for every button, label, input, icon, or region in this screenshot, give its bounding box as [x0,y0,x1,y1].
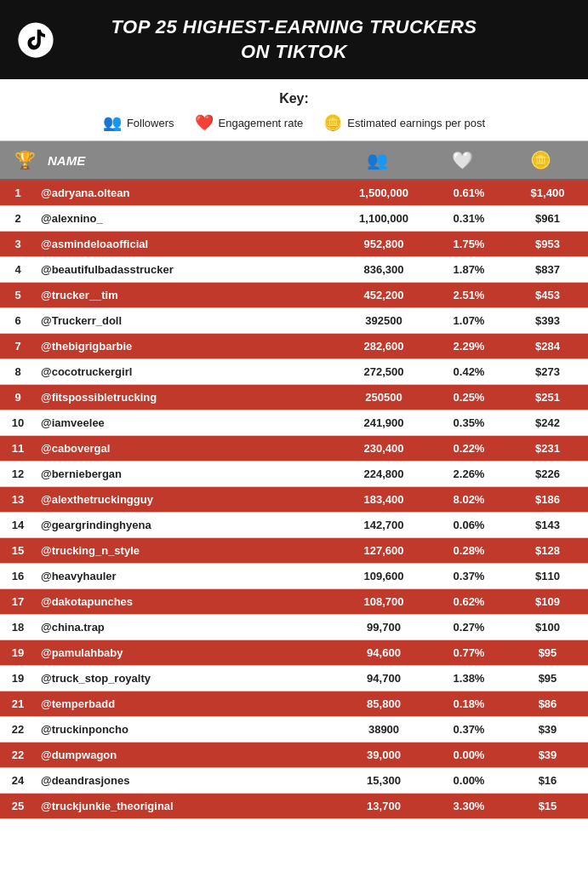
key-item-followers: 👥 Followers [103,113,174,132]
row-engagement: 0.42% [431,360,507,383]
row-earnings: $39 [507,718,588,741]
row-engagement: 0.31% [431,207,507,230]
row-username: @iamveelee [36,411,337,434]
row-username: @beautifulbadasstrucker [36,258,337,281]
row-username: @trucker__tim [36,284,337,307]
row-rank: 22 [0,718,36,741]
table-row: 15 @trucking_n_style 127,600 0.28% $128 [0,538,588,564]
row-rank: 7 [0,335,36,358]
row-earnings: $251 [507,386,588,409]
row-engagement: 0.37% [431,565,507,588]
table-row: 18 @china.trap 99,700 0.27% $100 [0,615,588,640]
table-row: 2 @alexnino_ 1,100,000 0.31% $961 [0,206,588,232]
row-engagement: 0.22% [431,437,507,460]
row-rank: 5 [0,284,36,307]
table-row: 9 @fitspossibletrucking 250500 0.25% $25… [0,385,588,410]
table-row: 14 @geargrindinghyena 142,700 0.06% $143 [0,513,588,538]
row-earnings: $186 [507,488,588,511]
row-followers: 39,000 [337,743,431,766]
row-username: @deandrasjones [36,769,337,792]
row-rank: 12 [0,462,36,485]
row-followers: 250500 [337,386,431,409]
row-earnings: $39 [507,743,588,766]
row-engagement: 0.61% [431,181,507,204]
row-followers: 127,600 [337,539,431,562]
table-row: 21 @temperbadd 85,800 0.18% $86 [0,691,588,717]
row-username: @fitspossibletrucking [36,386,337,409]
row-username: @thebigrigbarbie [36,335,337,358]
row-earnings: $231 [507,437,588,460]
row-rank: 4 [0,258,36,281]
table-row: 17 @dakotapunches 108,700 0.62% $109 [0,589,588,615]
table-row: 5 @trucker__tim 452,200 2.51% $453 [0,283,588,308]
row-followers: 392500 [337,309,431,332]
table-row: 16 @heavyhauler 109,600 0.37% $110 [0,564,588,589]
row-rank: 17 [0,590,36,613]
row-engagement: 1.38% [431,667,507,690]
row-earnings: $961 [507,207,588,230]
row-earnings: $109 [507,590,588,613]
row-followers: 94,700 [337,667,431,690]
table-row: 4 @beautifulbadasstrucker 836,300 1.87% … [0,257,588,283]
row-earnings: $95 [507,641,588,664]
row-rank: 8 [0,360,36,383]
table-row: 1 @adryana.oltean 1,500,000 0.61% $1,400 [0,181,588,206]
row-engagement: 8.02% [431,488,507,511]
row-engagement: 3.30% [431,795,507,818]
row-rank: 2 [0,207,36,230]
key-title: Key: [279,91,309,106]
row-rank: 16 [0,565,36,588]
row-rank: 19 [0,641,36,664]
row-engagement: 0.00% [431,743,507,766]
row-earnings: $226 [507,462,588,485]
row-earnings: $953 [507,232,588,255]
table-row: 25 @truckjunkie_theoriginal 13,700 3.30%… [0,794,588,819]
row-earnings: $273 [507,360,588,383]
row-engagement: 1.07% [431,309,507,332]
row-followers: 13,700 [337,795,431,818]
table-row: 19 @truck_stop_royalty 94,700 1.38% $95 [0,666,588,691]
row-rank: 15 [0,539,36,562]
col-header-followers: 👥 [330,150,424,170]
row-username: @alexnino_ [36,207,337,230]
row-rank: 9 [0,386,36,409]
row-username: @truckinponcho [36,718,337,741]
svg-point-0 [18,22,53,57]
key-section: Key: 👥 Followers ❤️ Engagement rate 🪙 Es… [0,79,588,141]
table-row: 6 @Truckerr_doll 392500 1.07% $393 [0,308,588,334]
row-earnings: $837 [507,258,588,281]
table-row: 13 @alexthetruckingguy 183,400 8.02% $18… [0,487,588,513]
followers-label: Followers [127,117,174,129]
table-row: 22 @dumpwagon 39,000 0.00% $39 [0,743,588,768]
row-engagement: 2.26% [431,462,507,485]
row-rank: 13 [0,488,36,511]
row-followers: 142,700 [337,513,431,536]
row-earnings: $100 [507,616,588,639]
table-row: 12 @berniebergan 224,800 2.26% $226 [0,462,588,487]
row-username: @trucking_n_style [36,539,337,562]
row-earnings: $453 [507,284,588,307]
row-followers: 99,700 [337,616,431,639]
row-username: @berniebergan [36,462,337,485]
row-earnings: $284 [507,335,588,358]
row-followers: 15,300 [337,769,431,792]
row-rank: 11 [0,437,36,460]
row-engagement: 0.06% [431,513,507,536]
followers-icon: 👥 [103,113,122,132]
key-item-engagement: ❤️ Engagement rate [195,113,304,132]
row-engagement: 0.62% [431,590,507,613]
row-engagement: 2.29% [431,335,507,358]
row-engagement: 1.87% [431,258,507,281]
row-followers: 224,800 [337,462,431,485]
row-followers: 1,100,000 [337,207,431,230]
row-earnings: $86 [507,692,588,715]
row-rank: 22 [0,743,36,766]
row-username: @geargrindinghyena [36,513,337,536]
tiktok-logo-icon [17,21,54,59]
row-earnings: $110 [507,565,588,588]
row-rank: 6 [0,309,36,332]
row-username: @asmindeloaofficial [36,232,337,255]
row-earnings: $15 [507,795,588,818]
earnings-icon: 🪙 [323,113,342,132]
row-earnings: $16 [507,769,588,792]
